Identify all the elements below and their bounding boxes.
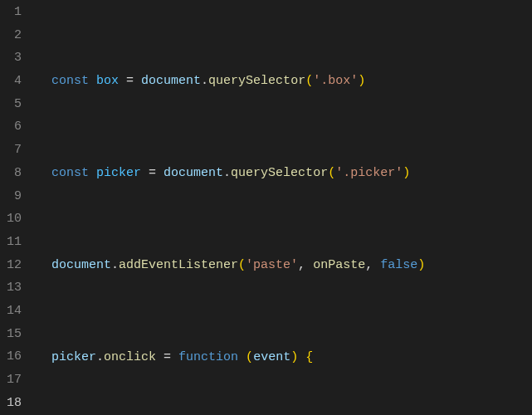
var-picker: picker <box>96 166 141 180</box>
code-line[interactable]: document.addEventListener('paste', onPas… <box>37 254 532 277</box>
line-number: 13 <box>0 276 37 300</box>
line-number: 3 <box>0 46 37 70</box>
line-number: 17 <box>0 369 37 392</box>
line-number: 14 <box>0 300 37 323</box>
line-number: 4 <box>0 70 37 93</box>
keyword-const: const <box>51 74 89 88</box>
line-number: 1 <box>0 1 37 24</box>
code-line[interactable]: const picker = document.querySelector('.… <box>37 162 532 185</box>
param-event: event <box>253 350 290 364</box>
keyword-function: function <box>178 350 238 364</box>
keyword-false: false <box>380 258 417 272</box>
fn-queryselector: querySelector <box>208 74 305 88</box>
code-line[interactable]: picker.onclick = function (event) { <box>37 346 532 369</box>
line-number: 10 <box>0 208 37 231</box>
code-area[interactable]: const box = document.querySelector('.box… <box>37 0 532 415</box>
var-box: box <box>96 74 119 88</box>
code-line[interactable]: const box = document.querySelector('.box… <box>37 70 532 93</box>
line-number: 8 <box>0 162 37 185</box>
line-number: 7 <box>0 139 37 162</box>
code-editor[interactable]: 1 2 3 4 5 6 7 8 9 10 11 12 13 14 15 16 1… <box>0 0 532 415</box>
line-number: 6 <box>0 115 37 139</box>
line-number: 5 <box>0 93 37 116</box>
line-number: 9 <box>0 185 37 208</box>
string-literal: '.box' <box>313 74 358 88</box>
line-number: 15 <box>0 323 37 346</box>
line-number: 18 <box>0 392 37 415</box>
prop-onclick: onclick <box>104 350 156 364</box>
line-number: 16 <box>0 345 37 369</box>
line-number-gutter: 1 2 3 4 5 6 7 8 9 10 11 12 13 14 15 16 1… <box>0 0 37 415</box>
line-number: 12 <box>0 254 37 277</box>
fn-addeventlistener: addEventListener <box>119 258 238 272</box>
line-number: 11 <box>0 231 37 254</box>
var-document: document <box>141 74 201 88</box>
line-number: 2 <box>0 24 37 47</box>
